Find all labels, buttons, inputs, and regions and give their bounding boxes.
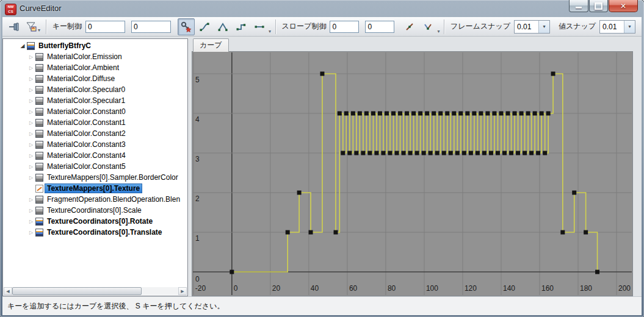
scrollbar-track[interactable] bbox=[12, 287, 178, 295]
expander-closed-icon[interactable]: ▷ bbox=[27, 54, 35, 60]
keyframe-marker[interactable] bbox=[411, 111, 416, 115]
keyframe-marker[interactable] bbox=[479, 111, 483, 115]
scrollbar-thumb[interactable] bbox=[12, 287, 142, 295]
expander-closed-icon[interactable]: ▷ bbox=[27, 230, 35, 235]
keyframe-marker[interactable] bbox=[458, 111, 463, 115]
keyframe-marker[interactable] bbox=[540, 111, 544, 115]
keyframe-marker[interactable] bbox=[388, 151, 393, 155]
keyframe-marker[interactable] bbox=[432, 111, 436, 115]
tree-item[interactable]: ▷TextureCoordinators[0].Translate bbox=[4, 227, 186, 238]
tree-item[interactable]: ▷MaterialColor.Ambient bbox=[4, 62, 186, 73]
keyframe-marker[interactable] bbox=[358, 111, 362, 115]
keyframe-marker[interactable] bbox=[536, 151, 540, 155]
keyframe-marker[interactable] bbox=[354, 151, 358, 155]
expander-closed-icon[interactable]: ▷ bbox=[27, 153, 35, 158]
add-key-button[interactable] bbox=[178, 18, 195, 35]
key-group-overflow-icon[interactable]: ▾ bbox=[269, 29, 271, 34]
keyframe-marker[interactable] bbox=[438, 111, 443, 115]
scroll-right-button[interactable]: ▶ bbox=[178, 287, 187, 295]
keyframe-marker[interactable] bbox=[425, 111, 429, 115]
keyframe-marker[interactable] bbox=[509, 151, 513, 155]
expander-closed-icon[interactable]: ▷ bbox=[27, 76, 35, 82]
keyframe-marker[interactable] bbox=[230, 270, 234, 274]
keyframe-marker[interactable] bbox=[551, 71, 555, 76]
keyframe-marker[interactable] bbox=[489, 151, 493, 155]
keyframe-marker[interactable] bbox=[476, 151, 480, 155]
keyframe-marker[interactable] bbox=[398, 111, 402, 115]
keyframe-marker[interactable] bbox=[367, 151, 372, 155]
expander-closed-icon[interactable]: ▷ bbox=[27, 120, 35, 126]
keyframe-marker[interactable] bbox=[309, 230, 313, 235]
keyframe-marker[interactable] bbox=[445, 111, 449, 115]
expander-closed-icon[interactable]: ▷ bbox=[27, 131, 35, 137]
keyframe-marker[interactable] bbox=[378, 111, 382, 115]
keyframe-marker[interactable] bbox=[442, 151, 446, 155]
expander-closed-icon[interactable]: ▷ bbox=[27, 208, 35, 213]
tree-item[interactable]: ◢ButterflyBtfryC bbox=[4, 40, 186, 51]
curve-plot[interactable]: 123450-20020406080100120140160180200 bbox=[193, 52, 632, 295]
keyframe-marker[interactable] bbox=[418, 111, 422, 115]
tree-item[interactable]: ▷MaterialColor.Constant3 bbox=[4, 139, 186, 150]
expander-closed-icon[interactable]: ▷ bbox=[27, 109, 35, 115]
keyframe-marker[interactable] bbox=[415, 151, 419, 155]
keyframe-marker[interactable] bbox=[499, 111, 504, 115]
chevron-down-icon[interactable]: ▾ bbox=[538, 21, 549, 33]
keyframe-marker[interactable] bbox=[465, 111, 469, 115]
keyframe-marker[interactable] bbox=[405, 111, 409, 115]
slope-button[interactable] bbox=[401, 18, 418, 35]
tree-item[interactable]: ▷TextureMappers[0].Sampler.BorderColor bbox=[4, 172, 186, 183]
slope-in-input[interactable] bbox=[330, 21, 359, 33]
tree-item[interactable]: ▷MaterialColor.Constant0 bbox=[4, 106, 186, 117]
keyframe-marker[interactable] bbox=[546, 111, 551, 115]
keyframe-marker[interactable] bbox=[429, 151, 433, 155]
tree-item[interactable]: ▷MaterialColor.Constant4 bbox=[4, 150, 186, 161]
tree-item[interactable]: ▷FragmentOperation.BlendOperation.Blen bbox=[4, 194, 186, 205]
keyframe-marker[interactable] bbox=[408, 151, 413, 155]
keyframe-marker[interactable] bbox=[422, 151, 426, 155]
tree-item[interactable]: ▷MaterialColor.Specular0 bbox=[4, 84, 186, 95]
keyframe-marker[interactable] bbox=[391, 111, 396, 115]
keyframe-marker[interactable] bbox=[560, 230, 565, 235]
keyframe-marker[interactable] bbox=[402, 151, 406, 155]
tree-item[interactable]: TextureMappers[0].Texture bbox=[4, 183, 186, 194]
keyframe-marker[interactable] bbox=[364, 111, 369, 115]
expander-closed-icon[interactable]: ▷ bbox=[27, 175, 35, 180]
slope-group-overflow-icon[interactable]: ▾ bbox=[437, 29, 440, 34]
keyframe-marker[interactable] bbox=[320, 71, 324, 76]
scroll-left-button[interactable]: ◀ bbox=[4, 287, 12, 295]
keyframe-marker[interactable] bbox=[492, 111, 496, 115]
expander-closed-icon[interactable]: ▷ bbox=[27, 87, 35, 93]
keyframe-marker[interactable] bbox=[529, 151, 534, 155]
maximize-button[interactable] bbox=[589, 0, 608, 12]
tab-curve[interactable]: カーブ bbox=[193, 38, 229, 52]
keyframe-marker[interactable] bbox=[449, 151, 453, 155]
interp-step-button[interactable] bbox=[233, 18, 250, 35]
keyframe-marker[interactable] bbox=[297, 191, 302, 195]
keyframe-marker[interactable] bbox=[543, 151, 547, 155]
keyframe-marker[interactable] bbox=[435, 151, 440, 155]
keyframe-marker[interactable] bbox=[286, 230, 290, 235]
key-value-input[interactable] bbox=[131, 21, 171, 33]
interp-linear-button[interactable] bbox=[214, 18, 231, 35]
interp-hermite-button[interactable] bbox=[196, 18, 213, 35]
interp-constant-button[interactable] bbox=[251, 18, 268, 35]
value-snap-combobox[interactable]: 0.01 ▾ bbox=[599, 20, 635, 34]
curve-chart[interactable]: 123450-20020406080100120140160180200 bbox=[193, 52, 632, 295]
expander-open-icon[interactable]: ◢ bbox=[19, 43, 26, 49]
pin-button[interactable] bbox=[7, 18, 24, 35]
expander-closed-icon[interactable]: ▷ bbox=[27, 164, 35, 169]
expander-closed-icon[interactable]: ▷ bbox=[27, 65, 35, 71]
keyframe-marker[interactable] bbox=[469, 151, 473, 155]
keyframe-marker[interactable] bbox=[513, 111, 517, 115]
keyframe-marker[interactable] bbox=[519, 111, 524, 115]
key-frame-input[interactable] bbox=[85, 21, 125, 33]
keyframe-marker[interactable] bbox=[452, 111, 456, 115]
keyframe-marker[interactable] bbox=[462, 151, 466, 155]
keyframe-marker[interactable] bbox=[361, 151, 365, 155]
chevron-down-icon[interactable]: ▾ bbox=[624, 21, 635, 33]
expander-closed-icon[interactable]: ▷ bbox=[27, 98, 35, 104]
keyframe-marker[interactable] bbox=[472, 111, 476, 115]
keyframe-marker[interactable] bbox=[502, 151, 507, 155]
keyframe-marker[interactable] bbox=[572, 191, 576, 195]
keyframe-marker[interactable] bbox=[341, 151, 345, 155]
